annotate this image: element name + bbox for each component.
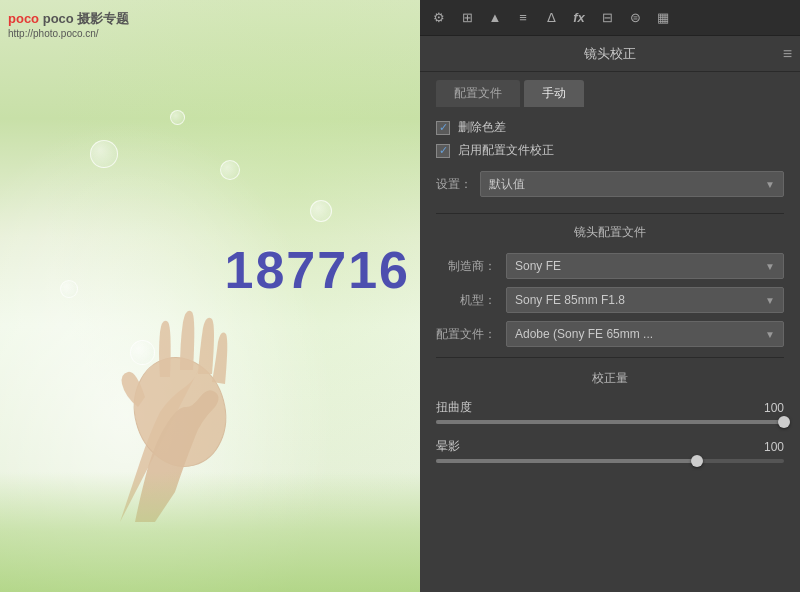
tab-profile[interactable]: 配置文件 [436,80,520,107]
checkbox-profile-label: 启用配置文件校正 [458,142,554,159]
vignette-value: 100 [754,440,784,454]
grass-bottom [0,472,420,592]
distortion-track[interactable] [436,420,784,424]
divider-2 [436,357,784,358]
toolbar-icon-fx[interactable]: fx [568,7,590,29]
bubble-1 [90,140,118,168]
toolbar-icon-wave[interactable]: ᐃ [540,7,562,29]
checkbox-chromatic[interactable] [436,121,450,135]
watermark: poco poco 摄影专题 http://photo.poco.cn/ [8,10,129,39]
vignette-header: 晕影 100 [436,438,784,455]
vignette-track[interactable] [436,459,784,463]
manufacturer-arrow-icon: ▼ [765,261,775,272]
model-row: 机型： Sony FE 85mm F1.8 ▼ [436,287,784,313]
profile-row: 配置文件： Adobe (Sony FE 65mm ... ▼ [436,321,784,347]
toolbar-icon-list[interactable]: ≡ [512,7,534,29]
distortion-thumb[interactable] [778,416,790,428]
toolbar-icon-adjust[interactable]: ⊜ [624,7,646,29]
distortion-slider-row: 扭曲度 100 [436,399,784,424]
checkbox-profile[interactable] [436,144,450,158]
toolbar: ⚙ ⊞ ▲ ≡ ᐃ fx ⊟ ⊜ ▦ [420,0,800,36]
settings-row: 设置： 默认值 ▼ [436,171,784,197]
model-label: 机型： [436,292,496,309]
settings-value: 默认值 [489,176,525,193]
right-panel: ⚙ ⊞ ▲ ≡ ᐃ fx ⊟ ⊜ ▦ 镜头校正 ≡ 配置文件 手动 删除色差 启… [420,0,800,592]
panel-header: 镜头校正 ≡ [420,36,800,72]
checkbox-row-profile: 启用配置文件校正 [436,142,784,159]
toolbar-icon-grid[interactable]: ⊞ [456,7,478,29]
divider-1 [436,213,784,214]
settings-label: 设置： [436,176,472,193]
vignette-thumb[interactable] [691,455,703,467]
tab-manual[interactable]: 手动 [524,80,584,107]
tab-bar: 配置文件 手动 [420,72,800,107]
lens-profile-title: 镜头配置文件 [436,224,784,241]
manufacturer-row: 制造商： Sony FE ▼ [436,253,784,279]
panel-content: 删除色差 启用配置文件校正 设置： 默认值 ▼ 镜头配置文件 制造商： Sony… [420,107,800,592]
settings-arrow-icon: ▼ [765,179,775,190]
photo-panel: poco poco 摄影专题 http://photo.poco.cn/ 187… [0,0,420,592]
panel-menu-button[interactable]: ≡ [783,45,792,63]
vignette-fill [436,459,697,463]
distortion-fill [436,420,784,424]
vignette-label: 晕影 [436,438,460,455]
bubble-2 [310,200,332,222]
manufacturer-label: 制造商： [436,258,496,275]
model-select[interactable]: Sony FE 85mm F1.8 ▼ [506,287,784,313]
distortion-value: 100 [754,401,784,415]
toolbar-icon-table[interactable]: ⊟ [596,7,618,29]
checkbox-chromatic-label: 删除色差 [458,119,506,136]
correction-title: 校正量 [436,370,784,387]
correction-section: 校正量 扭曲度 100 晕影 100 [436,370,784,463]
profile-select[interactable]: Adobe (Sony FE 65mm ... ▼ [506,321,784,347]
profile-label: 配置文件： [436,326,496,343]
bubble-4 [220,160,240,180]
poco-logo: poco [8,11,39,26]
checkbox-row-chromatic: 删除色差 [436,119,784,136]
distortion-label: 扭曲度 [436,399,472,416]
model-arrow-icon: ▼ [765,295,775,306]
profile-arrow-icon: ▼ [765,329,775,340]
panel-title: 镜头校正 [584,45,636,63]
manufacturer-select[interactable]: Sony FE ▼ [506,253,784,279]
watermark-url: http://photo.poco.cn/ [8,28,129,39]
manufacturer-value: Sony FE [515,259,561,273]
toolbar-icon-mountain[interactable]: ▲ [484,7,506,29]
toolbar-icon-settings[interactable]: ⚙ [428,7,450,29]
model-value: Sony FE 85mm F1.8 [515,293,625,307]
bubble-5 [170,110,185,125]
checkbox-group: 删除色差 启用配置文件校正 [436,119,784,159]
profile-value: Adobe (Sony FE 65mm ... [515,327,653,341]
settings-select[interactable]: 默认值 ▼ [480,171,784,197]
toolbar-icon-camera[interactable]: ▦ [652,7,674,29]
watermark-title: poco 摄影专题 [43,11,130,26]
vignette-slider-row: 晕影 100 [436,438,784,463]
distortion-header: 扭曲度 100 [436,399,784,416]
